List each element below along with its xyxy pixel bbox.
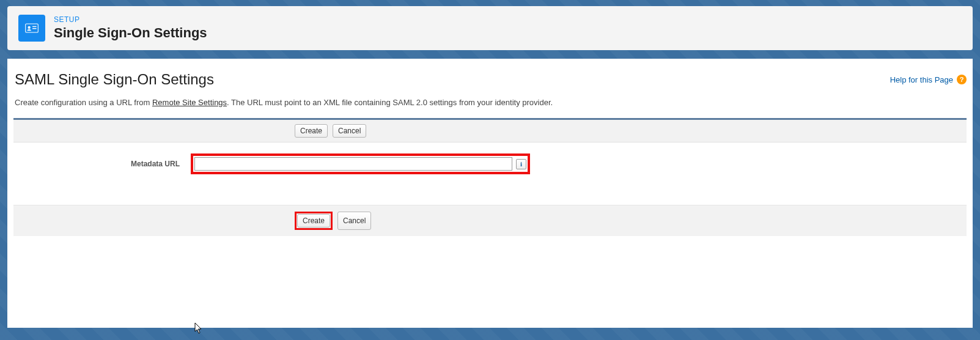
page-title: Single Sign-On Settings: [54, 25, 207, 41]
form-body: Metadata URL i: [13, 142, 967, 205]
svg-rect-4: [32, 28, 37, 29]
metadata-url-label: Metadata URL: [20, 160, 191, 168]
create-button-top[interactable]: Create: [295, 124, 328, 138]
header-eyebrow: SETUP: [54, 15, 207, 24]
svg-rect-3: [32, 26, 37, 27]
help-link[interactable]: Help for this Page ?: [890, 75, 967, 84]
form-block: Create Cancel Metadata URL i Create Canc…: [13, 118, 967, 236]
description-text: Create configuration using a URL from Re…: [7, 98, 973, 107]
cancel-button-top[interactable]: Cancel: [333, 124, 366, 138]
help-icon: ?: [957, 75, 967, 84]
highlight-create-bottom: Create: [295, 212, 333, 230]
content-title: SAML Single Sign-On Settings: [13, 71, 214, 88]
metadata-url-input[interactable]: [194, 157, 512, 171]
metadata-url-field-wrap: i: [191, 153, 530, 174]
header-text-group: SETUP Single Sign-On Settings: [54, 15, 207, 41]
content-header-row: SAML Single Sign-On Settings Help for th…: [7, 71, 973, 88]
desc-prefix: Create configuration using a URL from: [15, 98, 152, 107]
create-button-bottom[interactable]: Create: [297, 214, 330, 227]
desc-suffix: . The URL must point to an XML file cont…: [227, 98, 553, 107]
page-header: SETUP Single Sign-On Settings: [7, 6, 973, 50]
id-card-icon: [18, 15, 45, 42]
content-panel: SAML Single Sign-On Settings Help for th…: [7, 59, 973, 328]
button-row-top: Create Cancel: [13, 120, 967, 142]
remote-site-settings-link[interactable]: Remote Site Settings: [152, 98, 227, 107]
help-link-label: Help for this Page: [890, 75, 953, 84]
cancel-button-bottom[interactable]: Cancel: [337, 212, 371, 230]
button-row-bottom: Create Cancel: [13, 205, 967, 236]
info-icon[interactable]: i: [516, 159, 526, 169]
svg-point-2: [28, 26, 31, 29]
